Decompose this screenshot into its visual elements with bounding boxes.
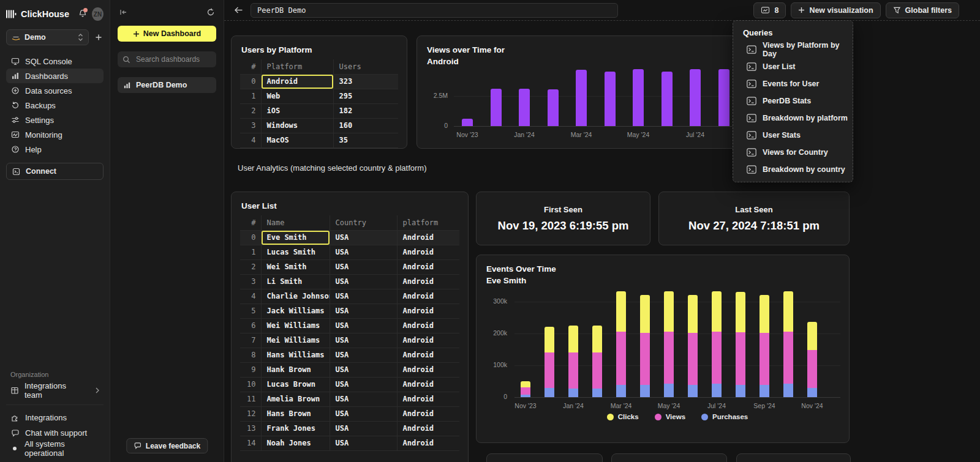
- bar-segment[interactable]: [760, 385, 769, 397]
- bar-segment[interactable]: [807, 388, 817, 397]
- bar-segment[interactable]: [640, 333, 650, 385]
- bar-segment[interactable]: [545, 352, 554, 388]
- bar-segment[interactable]: [688, 333, 698, 385]
- table-cell[interactable]: Eve Smith: [261, 230, 330, 245]
- table-cell[interactable]: USA: [330, 362, 397, 377]
- dashboard-title-input[interactable]: [251, 3, 618, 18]
- bar-segment[interactable]: [616, 385, 626, 397]
- bar[interactable]: [633, 69, 644, 126]
- table-cell[interactable]: Android: [397, 348, 459, 362]
- bar[interactable]: [491, 89, 502, 126]
- table-cell[interactable]: USA: [330, 274, 397, 289]
- table-cell[interactable]: Android: [397, 333, 459, 348]
- table-cell[interactable]: Android: [397, 392, 459, 406]
- notifications-bell-icon[interactable]: [78, 9, 88, 20]
- table-cell[interactable]: Android: [397, 362, 459, 377]
- bar[interactable]: [576, 70, 587, 126]
- bar-segment[interactable]: [807, 350, 817, 388]
- query-item[interactable]: User Stats: [743, 127, 853, 144]
- table-cell[interactable]: USA: [330, 392, 397, 406]
- table-cell[interactable]: MacOS: [261, 133, 333, 147]
- table-cell[interactable]: Android: [397, 436, 459, 450]
- bar[interactable]: [462, 119, 473, 126]
- bar[interactable]: [718, 69, 729, 126]
- bar[interactable]: [519, 89, 530, 126]
- table-cell[interactable]: Android: [261, 74, 333, 89]
- sidebar-item-settings[interactable]: Settings: [6, 113, 104, 127]
- bar-segment[interactable]: [736, 385, 745, 397]
- bar-segment[interactable]: [783, 332, 793, 384]
- visualizations-count-button[interactable]: 8: [753, 2, 786, 18]
- bar-segment[interactable]: [616, 332, 626, 385]
- search-input[interactable]: [135, 54, 211, 64]
- sidebar-item-dashboards[interactable]: Dashboards: [6, 69, 104, 83]
- table-cell[interactable]: Windows: [261, 118, 333, 133]
- bar-segment[interactable]: [807, 322, 817, 350]
- bar-segment[interactable]: [664, 291, 674, 332]
- sidebar-item-monitoring[interactable]: Monitoring: [6, 127, 104, 142]
- bar-segment[interactable]: [712, 384, 722, 397]
- table-cell[interactable]: Hank Brown: [261, 362, 330, 377]
- table-cell[interactable]: Wei Smith: [261, 259, 330, 274]
- table-cell[interactable]: Charlie Johnson: [261, 289, 330, 304]
- table-cell[interactable]: Android: [397, 318, 459, 333]
- bar-segment[interactable]: [736, 292, 745, 332]
- collapse-panel-button[interactable]: [118, 7, 129, 18]
- table-cell[interactable]: USA: [330, 406, 397, 421]
- bar-segment[interactable]: [640, 385, 650, 397]
- table-cell[interactable]: iOS: [261, 103, 333, 118]
- bar-segment[interactable]: [688, 295, 698, 333]
- table-cell[interactable]: Mei Williams: [261, 333, 330, 348]
- new-visualization-button[interactable]: New visualization: [791, 2, 880, 18]
- table-cell[interactable]: 160: [333, 118, 398, 133]
- table-cell[interactable]: USA: [330, 421, 397, 436]
- table-cell[interactable]: USA: [330, 377, 397, 392]
- legend-item-purchases[interactable]: Purchases: [701, 413, 748, 420]
- sidebar-item-system-status[interactable]: All systems operational: [6, 441, 104, 456]
- table-cell[interactable]: USA: [330, 304, 397, 318]
- query-item[interactable]: Breakdown by country: [743, 161, 853, 178]
- table-cell[interactable]: Jack Williams: [261, 304, 330, 318]
- table-cell[interactable]: Hans Williams: [261, 348, 330, 362]
- table-cell[interactable]: Android: [397, 259, 459, 274]
- bar-segment[interactable]: [545, 327, 554, 352]
- table-cell[interactable]: Web: [261, 89, 333, 103]
- query-item[interactable]: Events for User: [743, 75, 853, 92]
- table-cell[interactable]: USA: [330, 436, 397, 450]
- sidebar-item-sql-console[interactable]: SQL Console: [6, 54, 104, 69]
- bar-segment[interactable]: [760, 333, 769, 385]
- query-item[interactable]: User List: [743, 58, 853, 75]
- legend-item-views[interactable]: Views: [655, 413, 685, 420]
- table-cell[interactable]: USA: [330, 259, 397, 274]
- sidebar-item-integrations-team[interactable]: Integrations team: [6, 382, 104, 398]
- bar-segment[interactable]: [712, 332, 722, 384]
- bar-segment[interactable]: [545, 388, 554, 397]
- leave-feedback-button[interactable]: Leave feedback: [126, 438, 208, 453]
- table-cell[interactable]: Frank Jones: [261, 421, 330, 436]
- query-item[interactable]: PeerDB Stats: [743, 92, 853, 110]
- table-cell[interactable]: Android: [397, 304, 459, 318]
- table-cell[interactable]: USA: [330, 348, 397, 362]
- sidebar-item-chat-with-support[interactable]: Chat with support: [6, 425, 104, 441]
- dashboard-list-item[interactable]: PeerDB Demo: [118, 77, 216, 93]
- table-cell[interactable]: Lucas Smith: [261, 245, 330, 259]
- table-cell[interactable]: Li Smith: [261, 274, 330, 289]
- table-cell[interactable]: USA: [330, 245, 397, 259]
- bar-segment[interactable]: [592, 352, 602, 389]
- bar-segment[interactable]: [736, 332, 745, 385]
- query-item[interactable]: Views for Country: [743, 144, 853, 161]
- table-cell[interactable]: 295: [333, 89, 398, 103]
- table-cell[interactable]: 323: [333, 74, 398, 89]
- bar-segment[interactable]: [592, 389, 602, 397]
- legend-item-clicks[interactable]: Clicks: [607, 413, 639, 420]
- global-filters-button[interactable]: Global filters: [886, 2, 959, 18]
- table-cell[interactable]: USA: [330, 333, 397, 348]
- table-cell[interactable]: Android: [397, 377, 459, 392]
- bar-segment[interactable]: [568, 352, 578, 389]
- bar-segment[interactable]: [760, 295, 769, 333]
- bar[interactable]: [548, 89, 559, 126]
- table-cell[interactable]: 35: [333, 133, 398, 147]
- table-cell[interactable]: Lucas Brown: [261, 377, 330, 392]
- bar-segment[interactable]: [664, 384, 674, 397]
- table-cell[interactable]: USA: [330, 318, 397, 333]
